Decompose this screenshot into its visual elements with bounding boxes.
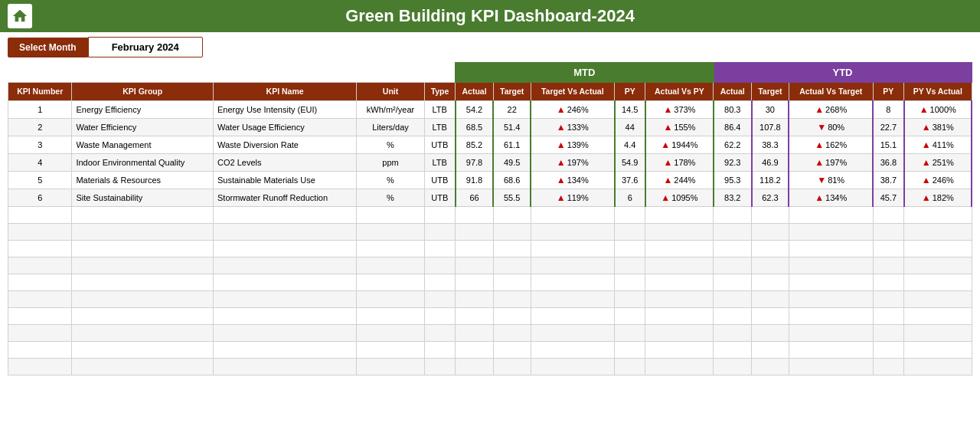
table-row: 3Waste ManagementWaste Diversion Rate%UT…: [8, 136, 972, 153]
table-cell: 15.1: [873, 136, 903, 153]
table-trend-cell: ▲197%: [789, 153, 873, 171]
table-cell: 68.6: [493, 171, 531, 189]
table-cell: UTB: [424, 136, 455, 153]
table-cell: Liters/day: [357, 118, 425, 136]
table-trend-cell: ▲182%: [904, 189, 972, 206]
table-body: 1Energy EfficiencyEnergy Use Intensity (…: [8, 100, 972, 375]
table-cell: 6: [8, 189, 72, 206]
table-cell: %: [357, 189, 425, 206]
table-trend-cell: ▲244%: [645, 171, 714, 189]
table-trend-cell: ▲139%: [531, 136, 615, 153]
table-trend-cell: ▲1095%: [645, 189, 714, 206]
table-trend-cell: ▲197%: [531, 153, 615, 171]
table-cell: 4: [8, 153, 72, 171]
table-trend-cell: ▲373%: [645, 100, 714, 118]
table-trend-cell: ▲268%: [789, 100, 873, 118]
table-cell: 83.2: [714, 189, 752, 206]
table-trend-cell: ▲134%: [531, 171, 615, 189]
table-cell: ppm: [357, 153, 425, 171]
table-cell: 14.5: [615, 100, 645, 118]
table-cell: 118.2: [752, 171, 789, 189]
table-cell: 38.3: [752, 136, 789, 153]
table-row: 5Materials & ResourcesSustainable Materi…: [8, 171, 972, 189]
table-cell: Waste Diversion Rate: [213, 136, 356, 153]
month-bar: Select Month February 2024: [0, 32, 980, 62]
table-cell: 95.3: [714, 171, 752, 189]
table-trend-cell: ▲1944%: [645, 136, 714, 153]
table-trend-cell: ▲411%: [904, 136, 972, 153]
table-cell: Site Sustainability: [72, 189, 214, 206]
empty-row: [8, 240, 972, 257]
col-ytd-actual: Actual: [714, 82, 752, 100]
table-trend-cell: ▲119%: [531, 189, 615, 206]
ytd-section-header: YTD: [714, 63, 972, 82]
col-unit: Unit: [357, 82, 425, 100]
table-cell: 49.5: [493, 153, 531, 171]
table-cell: 6: [615, 189, 645, 206]
empty-row: [8, 223, 972, 240]
table-trend-cell: ▲162%: [789, 136, 873, 153]
table-cell: 37.6: [615, 171, 645, 189]
table-cell: CO2 Levels: [213, 153, 356, 171]
app-title: Green Building KPI Dashboard-2024: [345, 6, 635, 26]
table-cell: UTB: [424, 189, 455, 206]
table-cell: 80.3: [714, 100, 752, 118]
table-row: 6Site SustainabilityStormwater Runoff Re…: [8, 189, 972, 206]
table-cell: 30: [752, 100, 789, 118]
col-header-row: KPI Number KPI Group KPI Name Unit Type …: [8, 82, 972, 100]
table-cell: 61.1: [493, 136, 531, 153]
empty-section-header: [8, 63, 456, 82]
table-cell: Energy Use Intensity (EUI): [213, 100, 356, 118]
table-row: 4Indoor Environmental QualityCO2 Levelsp…: [8, 153, 972, 171]
table-cell: 46.9: [752, 153, 789, 171]
col-ytd-pvsa: PY Vs Actual: [904, 82, 972, 100]
col-ytd-target: Target: [752, 82, 789, 100]
table-cell: Materials & Resources: [72, 171, 214, 189]
col-mtd-target: Target: [493, 82, 531, 100]
table-cell: 5: [8, 171, 72, 189]
kpi-table: MTD YTD KPI Number KPI Group KPI Name Un…: [8, 62, 972, 375]
main-content: MTD YTD KPI Number KPI Group KPI Name Un…: [0, 62, 980, 446]
table-wrapper: MTD YTD KPI Number KPI Group KPI Name Un…: [0, 62, 980, 446]
col-ytd-avst: Actual Vs Target: [789, 82, 873, 100]
table-cell: 8: [873, 100, 903, 118]
table-cell: 45.7: [873, 189, 903, 206]
table-cell: 62.2: [714, 136, 752, 153]
month-display: February 2024: [88, 37, 203, 57]
table-trend-cell: ▲178%: [645, 153, 714, 171]
col-mtd-actual: Actual: [456, 82, 494, 100]
table-cell: Water Usage Efficiency: [213, 118, 356, 136]
mtd-section-header: MTD: [456, 63, 714, 82]
table-cell: 51.4: [493, 118, 531, 136]
table-cell: 91.8: [456, 171, 494, 189]
table-trend-cell: ▲381%: [904, 118, 972, 136]
table-cell: 44: [615, 118, 645, 136]
table-cell: 55.5: [493, 189, 531, 206]
table-cell: Energy Efficiency: [72, 100, 214, 118]
table-cell: 54.9: [615, 153, 645, 171]
table-cell: 4.4: [615, 136, 645, 153]
table-trend-cell: ▲133%: [531, 118, 615, 136]
col-ytd-py: PY: [873, 82, 903, 100]
home-icon[interactable]: [8, 4, 32, 28]
table-trend-cell: ▼80%: [789, 118, 873, 136]
table-cell: kWh/m²/year: [357, 100, 425, 118]
table-trend-cell: ▲251%: [904, 153, 972, 171]
table-cell: 85.2: [456, 136, 494, 153]
app-header: Green Building KPI Dashboard-2024: [0, 0, 980, 32]
col-mtd-tvsa: Target Vs Actual: [531, 82, 615, 100]
empty-row: [8, 341, 972, 358]
table-cell: 2: [8, 118, 72, 136]
select-month-button[interactable]: Select Month: [8, 38, 88, 57]
table-cell: LTB: [424, 118, 455, 136]
empty-row: [8, 290, 972, 307]
table-cell: UTB: [424, 171, 455, 189]
empty-row: [8, 257, 972, 274]
empty-row: [8, 307, 972, 324]
table-cell: 54.2: [456, 100, 494, 118]
table-cell: 66: [456, 189, 494, 206]
empty-row: [8, 206, 972, 223]
col-type: Type: [424, 82, 455, 100]
table-cell: 107.8: [752, 118, 789, 136]
table-cell: 36.8: [873, 153, 903, 171]
